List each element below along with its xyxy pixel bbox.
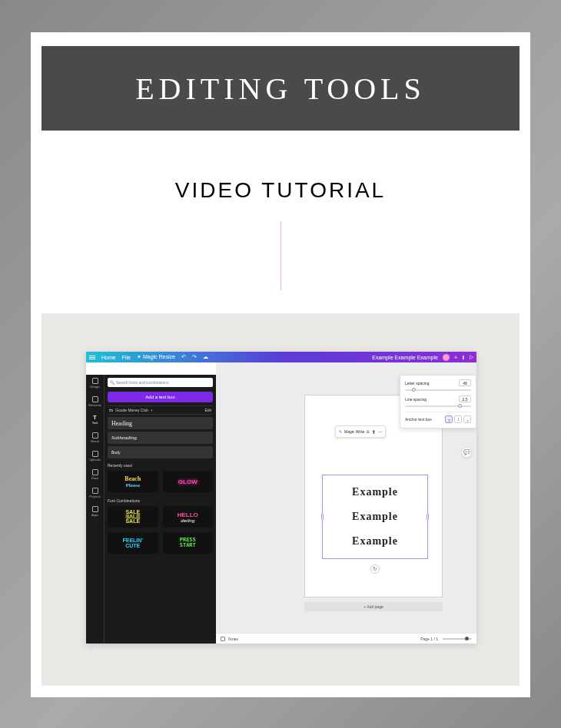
apps-icon	[92, 506, 98, 512]
rail-label: Text	[92, 421, 98, 425]
resize-handle-left[interactable]	[321, 513, 324, 521]
letter-spacing-row: Letter spacing 48	[405, 379, 471, 386]
page-indicator[interactable]: Page 1 / 1	[420, 637, 438, 641]
text-side-panel: 🔍 Search fonts and combinations Add a te…	[105, 375, 216, 644]
canvas-area[interactable]: Example Example Example ↻ ✎ Magic Write …	[216, 362, 476, 644]
section-font-combinations: Font Combinations	[108, 498, 213, 503]
nav-file[interactable]: File	[122, 355, 131, 360]
folder-icon: 🗀	[109, 408, 113, 412]
title-banner: EDITING TOOLS	[41, 46, 520, 131]
anchor-buttons: ⌅ ⫶ ⌄	[445, 415, 471, 423]
rail-brand[interactable]: Brand	[90, 432, 101, 443]
nav-magic-resize[interactable]: ✦ Magic Resize	[137, 354, 175, 360]
topbar-right: Example Example Example + ⫿ ▷	[372, 354, 473, 361]
folder-name: Goode Money Club	[115, 408, 148, 412]
thumb-beach-please[interactable]: BeachPlease	[108, 471, 158, 492]
subtitle: VIDEO TUTORIAL	[31, 178, 530, 203]
line-spacing-row: Line spacing 2.5	[405, 395, 471, 402]
present-icon[interactable]: ▷	[470, 354, 473, 360]
rail-label: Elements	[88, 403, 101, 407]
uploads-icon	[92, 451, 98, 457]
letter-spacing-slider[interactable]	[405, 389, 471, 391]
resize-handle-right[interactable]	[427, 513, 429, 521]
thumb-press-start[interactable]: PRESSSTART	[163, 532, 214, 554]
thumb-glow[interactable]: GLOW	[163, 471, 214, 492]
canvas-text-line[interactable]: Example	[323, 535, 427, 548]
brand-folder-row[interactable]: 🗀 Goode Money Club ▾ Edit	[108, 405, 213, 415]
screenshot-area: Home File ✦ Magic Resize ↶ ↷ ☁ Example E…	[41, 313, 520, 686]
anchor-bottom-button[interactable]: ⌄	[463, 415, 471, 423]
canvas-footer: Notes Page 1 / 1	[216, 633, 476, 644]
line-spacing-slider[interactable]	[405, 405, 471, 407]
magic-write-icon: ✎	[339, 429, 342, 434]
letter-spacing-label: Letter spacing	[405, 381, 429, 386]
anchor-middle-button[interactable]: ⫶	[454, 415, 462, 423]
search-row: 🔍 Search fonts and combinations	[105, 375, 216, 390]
thumb-hello-darling[interactable]: HELLO darling	[163, 506, 214, 528]
comment-button[interactable]: 💬	[461, 447, 472, 458]
trash-icon[interactable]: 🗑	[372, 429, 376, 434]
hamburger-icon[interactable]	[89, 354, 95, 360]
rail-label: Projects	[89, 495, 100, 498]
rail-design[interactable]: Design	[90, 378, 101, 389]
edit-link[interactable]: Edit	[204, 408, 211, 412]
rail-text[interactable]: TText	[90, 415, 101, 425]
rotate-handle-icon[interactable]: ↻	[370, 564, 380, 574]
nav-home[interactable]: Home	[101, 355, 116, 360]
projects-icon	[92, 488, 98, 494]
thumb-text: START	[180, 543, 196, 548]
redo-icon[interactable]: ↷	[192, 354, 197, 360]
slider-thumb[interactable]	[458, 404, 462, 408]
avatar[interactable]	[443, 354, 450, 361]
thumb-feelin-cute[interactable]: FEELIN'CUTE	[108, 532, 158, 554]
page-title: EDITING TOOLS	[135, 71, 426, 107]
design-icon	[92, 378, 98, 384]
rail-uploads[interactable]: Uploads	[90, 451, 101, 462]
copy-icon[interactable]: ⧉	[367, 429, 370, 435]
style-subheading[interactable]: Subheading	[108, 432, 213, 444]
search-input[interactable]: 🔍 Search fonts and combinations	[108, 378, 213, 387]
letter-spacing-value[interactable]: 48	[459, 379, 471, 386]
rail-draw[interactable]: Draw	[90, 469, 101, 480]
thumb-sale[interactable]: SALESALESALE	[108, 506, 158, 528]
zoom-slider[interactable]	[443, 638, 472, 640]
footer-right: Page 1 / 1	[420, 637, 472, 641]
rail-projects[interactable]: Projects	[90, 488, 101, 498]
thumb-text: Please	[125, 482, 140, 488]
thumb-grid-combos: SALESALESALE HELLO darling FEELIN'CUTE P…	[105, 505, 216, 555]
notes-button[interactable]: Notes	[228, 637, 238, 641]
context-toolbar: ✎ Magic Write ⧉ 🗑 ⋯	[335, 425, 386, 438]
slider-thumb[interactable]	[465, 637, 469, 640]
analytics-icon[interactable]: ⫿	[462, 355, 465, 360]
anchor-top-button[interactable]: ⌅	[445, 415, 453, 423]
thumb-text: darling	[181, 518, 194, 523]
line-spacing-value[interactable]: 2.5	[459, 395, 471, 402]
canvas-text-line[interactable]: Example	[323, 486, 427, 498]
rail-elements[interactable]: Elements	[90, 396, 101, 407]
thumb-text: FEELIN'	[122, 538, 143, 543]
add-page-button[interactable]: + Add page	[304, 602, 443, 611]
anchor-row: Anchor text box ⌅ ⫶ ⌄	[405, 412, 471, 423]
thumb-grid-recent: BeachPlease GLOW	[105, 469, 216, 494]
slider-thumb[interactable]	[412, 388, 416, 392]
canvas-text-line[interactable]: Example	[323, 511, 427, 523]
undo-icon[interactable]: ↶	[181, 354, 186, 360]
more-icon[interactable]: ⋯	[378, 429, 382, 434]
line-spacing-label: Line spacing	[405, 397, 427, 402]
text-icon: T	[93, 415, 96, 420]
style-body[interactable]: Body	[108, 446, 213, 458]
selected-text-box[interactable]: Example Example Example ↻	[322, 475, 428, 559]
rail-label: Draw	[91, 476, 98, 480]
notes-icon	[221, 637, 225, 641]
style-heading[interactable]: Heading	[108, 417, 213, 429]
add-text-box-button[interactable]: Add a text box	[108, 392, 213, 402]
rail-label: Uploads	[89, 458, 101, 462]
add-collab-icon[interactable]: +	[454, 355, 457, 360]
search-placeholder: Search fonts and combinations	[116, 380, 169, 385]
rail-label: Design	[90, 385, 99, 389]
rail-apps[interactable]: Apps	[90, 506, 101, 517]
cloud-sync-icon[interactable]: ☁	[203, 354, 208, 360]
nav-rail: Design Elements TText Brand Uploads Draw…	[86, 375, 105, 644]
document-title[interactable]: Example Example Example	[372, 355, 438, 360]
magic-write-button[interactable]: Magic Write	[344, 429, 364, 434]
